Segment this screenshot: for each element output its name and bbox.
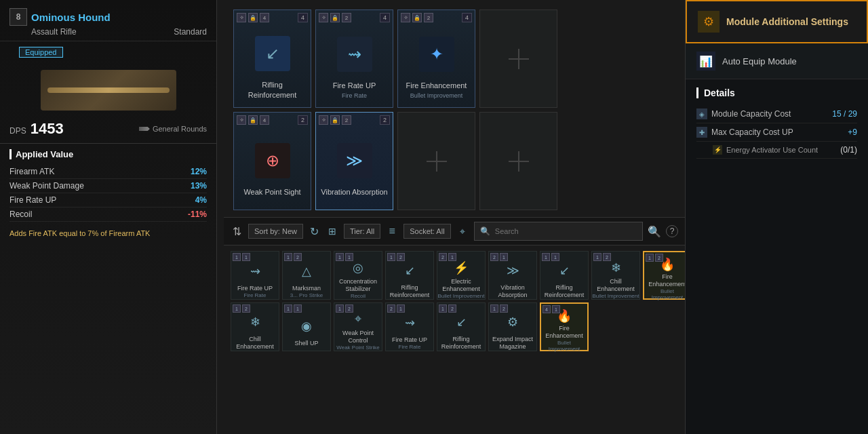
inventory-slot[interactable]: 1 2 ❄ Chill Enhancement Bullet Improveme… (591, 251, 640, 300)
inventory-slot[interactable]: 1 2 ↙ Rifling Reinforcement (385, 251, 434, 300)
stat-row: Firearm ATK 12% (9, 165, 207, 179)
module-slot[interactable] (479, 9, 557, 108)
module-top-bar: ⟡ 🔒 4 4 (237, 13, 308, 22)
inv-item-name: Shell UP (293, 340, 319, 347)
inventory-slot[interactable]: 1 2 ❄ Chill Enhancement (231, 302, 279, 351)
stats-container: Firearm ATK 12% Weak Point Damage 13% Fi… (9, 165, 207, 222)
inv-socket-badge: 2 (397, 253, 405, 261)
module-name: Weak Point Sight (241, 187, 303, 197)
inv-tier-badge: 1 (542, 253, 550, 261)
inv-item-name: Fire Enhancement (541, 325, 587, 340)
module-slot[interactable] (479, 112, 557, 210)
sort-button[interactable]: Sort by: New (248, 224, 303, 239)
inventory-slot[interactable]: 1 1 ↙ Rifling Reinforcement (540, 251, 589, 300)
inv-slot-icons: 1 2 (490, 304, 535, 313)
inv-tier-badge: 1 (336, 253, 344, 261)
inv-tier-badge: 4 (542, 305, 551, 313)
inv-item-sub: Bullet Improvement (593, 293, 639, 299)
inv-socket-badge: 2 (448, 304, 456, 313)
weapon-type-row: Assault Rifle Standard (9, 27, 207, 37)
tier-filter-button[interactable]: Tier: All (344, 224, 380, 239)
module-slot[interactable]: ⟡ 🔒 2 4 ⇝ Fire Rate UP Fire Rate (315, 9, 393, 108)
module-slot[interactable]: ⟡ 🔒 2 4 ✦ Fire Enhancement Bullet Improv… (397, 9, 475, 108)
inventory-slot[interactable]: 4 1 🔥 Fire Enhancement Bullet Improvemen… (540, 302, 589, 351)
inventory-slot[interactable]: 1 1 ◉ Shell UP (282, 302, 331, 351)
applied-value-title: Applied Value (9, 149, 207, 159)
inv-slot-left: 1 2 (233, 304, 250, 313)
socket-badge: 2 (298, 115, 308, 125)
inv-socket-badge: 1 (552, 305, 560, 313)
inv-icon: ↙ (552, 258, 576, 283)
module-capacity-left: ◈ Module Capacity Cost (696, 108, 791, 119)
lock-icon: 🔒 (330, 13, 340, 22)
inventory-slot[interactable]: 1 2 ↙ Rifling Reinforcement (437, 302, 486, 351)
inv-tier-badge: 1 (336, 304, 344, 313)
inv-item-sub: Fire Rate (244, 292, 267, 298)
sort-filter-icon[interactable]: ⇅ (231, 225, 243, 237)
tier-icon: 2 (342, 13, 351, 22)
energy-activator-value: (0/1) (840, 145, 857, 155)
energy-icon: ⚡ (713, 145, 722, 155)
tier-icon: 4 (260, 115, 269, 125)
module-slot[interactable]: ⟡ 🔒 4 2 ⊕ Weak Point Sight (233, 112, 311, 210)
inventory-slot[interactable]: 2 1 ≫ Vibration Absorption (488, 251, 537, 300)
inv-icon: ❄ (243, 310, 267, 334)
help-icon[interactable]: ? (666, 225, 678, 237)
module-slot[interactable] (397, 112, 475, 210)
socket-filter-button[interactable]: Socket: All (403, 224, 450, 239)
empty-slot (480, 113, 557, 210)
auto-equip-button[interactable]: 📊 Auto Equip Module (686, 43, 868, 79)
cursor-icon[interactable] (456, 225, 469, 237)
inv-icon: ↙ (397, 258, 422, 283)
lock-icon: 🔒 (248, 13, 258, 22)
applied-value-section: Applied Value Firearm ATK 12% Weak Point… (0, 144, 216, 244)
lock-icon: 🔒 (412, 13, 422, 22)
module-icon-area: ↙ (249, 30, 296, 77)
inventory-slot[interactable]: 1 1 ⇝ Fire Rate UP Fire Rate (231, 251, 279, 300)
inv-item-sub: Fire Rate (399, 344, 421, 350)
inventory-slot[interactable]: 2 1 ⚡ Electric Enhancement Bullet Improv… (437, 251, 486, 300)
inv-tier-badge: 2 (387, 304, 395, 313)
auto-equip-label: Auto Equip Module (722, 56, 797, 66)
inventory-slot[interactable]: 1 2 ⌖ Weak Point Control Weak Point Stri… (334, 302, 382, 351)
module-icon: ↙ (255, 36, 290, 71)
stat-value: 13% (191, 181, 207, 191)
inventory-slot[interactable]: 2 1 ⇝ Fire Rate UP Fire Rate (385, 302, 434, 351)
module-additional-settings-button[interactable]: ⚙ Module Additional Settings (686, 0, 868, 43)
stat-name: Recoil (9, 210, 32, 219)
tier-filter-icon[interactable] (386, 225, 398, 237)
inv-item-name: Fire Rate UP (236, 285, 274, 292)
dps-value: 1453 (31, 120, 64, 138)
refresh-icon[interactable] (309, 225, 321, 237)
plus-icon (427, 151, 447, 172)
inv-icon: ↙ (449, 310, 473, 334)
lock-icon: 🔒 (248, 115, 258, 125)
inv-socket-badge: 2 (294, 253, 302, 261)
inv-socket-badge: 1 (551, 253, 559, 261)
module-slot[interactable]: ⟡ 🔒 2 2 ≫ Vibration Absorption (315, 112, 393, 210)
module-slot[interactable]: ⟡ 🔒 4 4 ↙ Rifling Reinforcement (233, 9, 311, 108)
inv-icon: △ (294, 259, 319, 283)
inv-slot-icons: 2 1 (439, 253, 484, 261)
inv-icon: ❄ (604, 258, 628, 277)
move-icon: ⟡ (237, 13, 246, 22)
inv-item-name: Electric Enhancement (437, 278, 485, 293)
layers-icon[interactable] (326, 225, 338, 237)
inventory-slot[interactable]: 1 2 △ Marksman 3... Pro Strike (282, 251, 331, 300)
inv-tier-badge: 1 (284, 253, 292, 261)
inv-item-sub: Bullet Improvement (541, 340, 587, 352)
weapon-image-area (0, 63, 216, 117)
search-input[interactable] (495, 227, 637, 235)
search-toolbar: ⇅ Sort by: New Tier: All Socket: All 🔍 ? (224, 217, 685, 245)
inventory-slot[interactable]: 1 1 ◎ Concentration Stabilizer Recoil (334, 251, 382, 300)
search-icon-btn[interactable]: 🔍 (648, 225, 660, 237)
inv-item-sub: Bullet Improvement (438, 293, 485, 299)
module-icon-area: ⊕ (249, 137, 296, 184)
module-icons-left: ⟡ 🔒 2 (401, 13, 433, 22)
stat-row: Fire Rate UP 4% (9, 193, 207, 208)
inv-socket-badge: 2 (500, 304, 508, 313)
search-box[interactable] (474, 222, 643, 241)
inventory-slot[interactable]: 1 2 ⚙ Expand Impact Magazine (488, 302, 537, 351)
module-sub-type: Bullet Improvement (410, 92, 463, 99)
inv-slot-icons: 1 1 (542, 253, 587, 261)
